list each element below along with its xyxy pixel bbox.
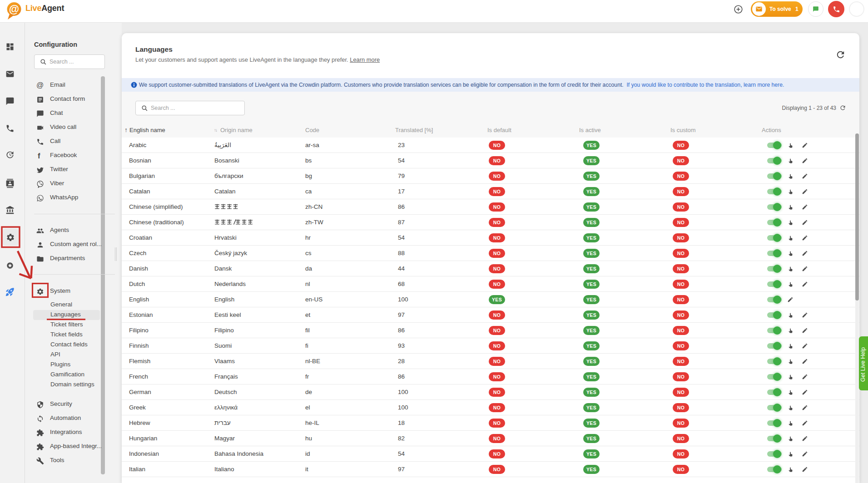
svg-text:@: @: [9, 3, 19, 15]
